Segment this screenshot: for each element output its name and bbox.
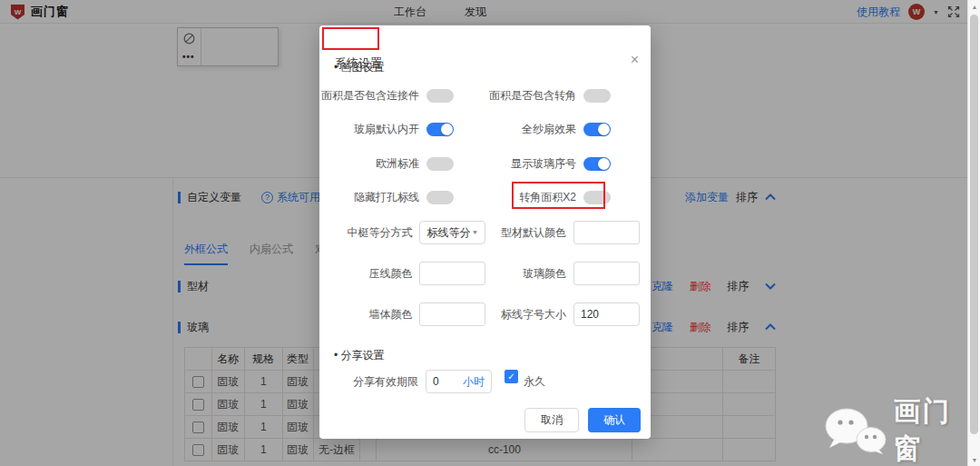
toggle-label: 显示玻璃序号 [511,156,576,172]
toggle-label: 隐藏打孔标线 [354,190,419,205]
toggle-row: 欧洲标准 显示玻璃序号 [330,156,640,172]
forever-label: 永久 [524,374,545,390]
toggle-label: 面积是否包含转角 [489,88,576,104]
toggle-label: 全纱扇效果 [522,122,576,137]
area-include-corner-toggle[interactable] [583,89,611,103]
field-label: 玻璃颜色 [523,266,566,282]
wall-color-swatch[interactable] [419,302,485,326]
close-icon[interactable]: × [631,53,639,67]
hide-drill-marks-toggle[interactable] [426,191,454,204]
field-label: 标线字号大小 [501,307,566,322]
field-row: 压线颜色 玻璃颜色 [330,262,640,285]
scroll-down-arrow[interactable]: ▼ [968,453,980,466]
field-label: 压线颜色 [368,266,412,282]
app-screen: W 画门窗 工作台 发现 使用教程 W ▼ [0,0,980,466]
caret-down-icon: ▼ [472,229,479,235]
glass-color-swatch[interactable] [573,262,640,285]
system-settings-modal: 系统设置 × • 画图设置 面积是否包含连接件 面积是否包含转角 玻扇默认内开 … [319,25,651,439]
share-settings-section-title: • 分享设置 [334,348,385,363]
draw-settings-section-title: • 画图设置 [334,60,385,75]
forever-checkbox[interactable]: ✓ [505,370,518,383]
field-row: 墙体颜色 标线字号大小 120 [330,302,640,326]
european-standard-toggle[interactable] [426,157,454,171]
toggle-label: 面积是否包含连接件 [321,88,419,104]
field-label: 型材默认颜色 [501,225,566,241]
field-label: 墙体颜色 [368,307,412,322]
scrollbar-thumb[interactable] [970,15,978,434]
share-row: 分享有效期限 0 小时 ✓ 永久 [330,370,640,393]
cancel-button[interactable]: 取消 [524,408,579,432]
input-unit: 小时 [463,374,485,390]
input-value: 120 [581,308,599,321]
modal-actions: 取消 确认 [524,408,641,432]
toggle-row: 面积是否包含连接件 面积是否包含转角 [330,88,640,104]
area-include-connectors-toggle[interactable] [426,89,454,103]
show-glass-number-toggle[interactable] [583,157,611,171]
toggle-label: 玻扇默认内开 [354,122,419,137]
toggle-row: 玻扇默认内开 全纱扇效果 [330,122,640,137]
input-value: 0 [433,375,439,388]
toggle-label: 转角面积X2 [519,190,576,205]
scroll-up-arrow[interactable]: ▲ [968,0,980,13]
field-label: 中梃等分方式 [347,225,412,241]
corner-area-x2-toggle[interactable] [583,191,611,204]
profile-default-color-swatch[interactable] [573,221,640,244]
field-row: 中梃等分方式 标线等分 ▼ 型材默认颜色 [330,221,640,244]
mark-font-size-input[interactable]: 120 [573,302,640,326]
field-label: 分享有效期限 [353,374,418,390]
full-screen-sash-toggle[interactable] [583,123,611,136]
confirm-button[interactable]: 确认 [588,408,641,432]
toggle-row: 隐藏打孔标线 转角面积X2 [330,190,640,205]
mullion-divide-select[interactable]: 标线等分 ▼ [419,221,485,244]
share-expiry-input[interactable]: 0 小时 [426,370,492,393]
toggle-label: 欧洲标准 [376,156,419,172]
bead-color-swatch[interactable] [419,262,485,285]
sash-default-inward-toggle[interactable] [426,123,454,136]
select-value: 标线等分 [426,225,470,241]
scrollbar[interactable]: ▲ ▼ [967,0,980,466]
